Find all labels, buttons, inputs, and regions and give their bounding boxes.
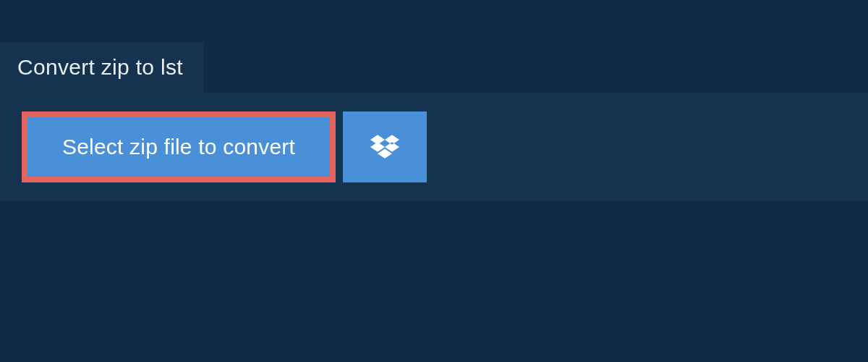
- dropbox-icon: [370, 132, 399, 161]
- tab-title: Convert zip to lst: [17, 55, 183, 80]
- main-panel: Select zip file to convert: [0, 93, 868, 201]
- tab-header[interactable]: Convert zip to lst: [0, 42, 203, 93]
- dropbox-button[interactable]: [343, 111, 427, 182]
- select-file-button[interactable]: Select zip file to convert: [22, 111, 336, 182]
- button-row: Select zip file to convert: [22, 111, 846, 182]
- select-file-label: Select zip file to convert: [62, 135, 295, 159]
